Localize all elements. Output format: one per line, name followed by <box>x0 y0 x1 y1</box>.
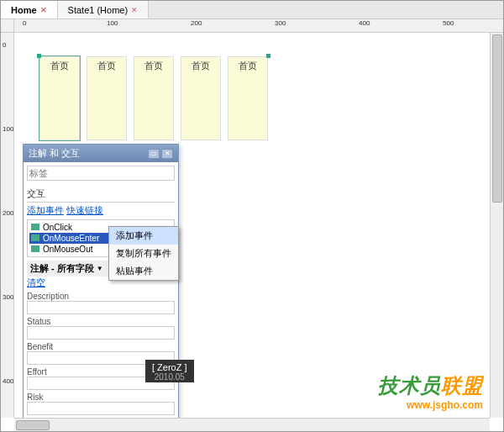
logo: 技术员联盟 www.jsgho.com <box>378 372 483 411</box>
watermark-name: [ ZeroZ ] <box>152 362 187 372</box>
ruler-tick: 500 <box>443 19 454 27</box>
add-event-link[interactable]: 添加事件 <box>27 205 64 215</box>
field-label: Benefit <box>27 342 175 351</box>
ruler-tick: 200 <box>3 209 13 217</box>
ruler-tick: 400 <box>359 19 370 27</box>
interaction-heading: 交互 <box>27 186 175 203</box>
tab-home[interactable]: Home ✕ <box>1 1 58 18</box>
selection-handle[interactable] <box>266 54 270 58</box>
nav-widget[interactable]: 首页 <box>39 56 80 140</box>
logo-text: 技术员联盟 <box>378 372 483 399</box>
widget-label: 首页 <box>239 61 257 71</box>
field-label: Status <box>27 317 175 326</box>
selection-handle[interactable] <box>37 54 41 58</box>
clear-link[interactable]: 清空 <box>27 277 45 287</box>
quick-link[interactable]: 快速链接 <box>66 205 103 215</box>
scroll-thumb[interactable] <box>492 34 502 203</box>
scrollbar-horizontal[interactable] <box>14 418 490 431</box>
panel-title-text: 注解 和 交互 <box>29 147 80 160</box>
status-input[interactable] <box>27 326 175 340</box>
watermark-date: 2010.05 <box>152 372 187 382</box>
ruler-tick: 300 <box>275 19 286 27</box>
menu-paste-events[interactable]: 粘贴事件 <box>109 262 178 280</box>
field-label: Risk <box>27 392 175 402</box>
menu-copy-events[interactable]: 复制所有事件 <box>109 245 178 262</box>
tab-state1[interactable]: State1 (Home) ✕ <box>58 1 150 18</box>
watermark: [ ZeroZ ] 2010.05 <box>145 360 194 382</box>
description-input[interactable] <box>27 301 175 314</box>
context-menu: 添加事件 复制所有事件 粘贴事件 <box>108 226 179 281</box>
ruler-tick: 100 <box>3 125 13 133</box>
nav-widget[interactable]: 首页 <box>87 56 127 140</box>
logo-url: www.jsgho.com <box>378 399 483 411</box>
chevron-down-icon: ▼ <box>97 265 103 272</box>
ruler-tick: 300 <box>3 293 13 301</box>
risk-input[interactable] <box>27 402 175 415</box>
panel-close-icon[interactable]: ✕ <box>161 149 173 159</box>
tab-label: State1 (Home) <box>68 5 129 15</box>
ruler-horizontal: 0 100 200 300 400 500 <box>14 19 503 33</box>
panel-titlebar[interactable]: 注解 和 交互 ▭ ✕ <box>24 145 178 162</box>
widget-label: 首页 <box>50 61 69 71</box>
ruler-tick: 0 <box>23 19 26 27</box>
widget-label: 首页 <box>97 61 116 71</box>
field-label: Description <box>27 292 175 301</box>
menu-add-event[interactable]: 添加事件 <box>109 227 178 245</box>
nav-widget[interactable]: 首页 <box>181 56 221 140</box>
ruler-tick: 200 <box>191 19 202 27</box>
widget-row: 首页 首页 首页 首页 首页 <box>39 56 268 140</box>
widget-label: 首页 <box>144 61 163 71</box>
label-input[interactable] <box>27 166 175 181</box>
close-icon[interactable]: ✕ <box>40 6 47 14</box>
ruler-tick: 0 <box>3 41 6 49</box>
tab-bar: Home ✕ State1 (Home) ✕ <box>1 1 503 19</box>
nav-widget[interactable]: 首页 <box>134 56 174 140</box>
tab-label: Home <box>11 5 37 15</box>
nav-widget[interactable]: 首页 <box>228 56 268 140</box>
ruler-vertical: 0 100 200 300 400 <box>1 33 14 418</box>
ruler-corner <box>1 19 14 33</box>
widget-label: 首页 <box>192 61 210 71</box>
ruler-tick: 400 <box>3 377 13 385</box>
close-icon[interactable]: ✕ <box>131 6 138 14</box>
ruler-tick: 100 <box>107 19 118 27</box>
scrollbar-vertical[interactable] <box>490 33 503 418</box>
panel-min-icon[interactable]: ▭ <box>148 149 160 159</box>
scroll-thumb[interactable] <box>16 420 50 430</box>
